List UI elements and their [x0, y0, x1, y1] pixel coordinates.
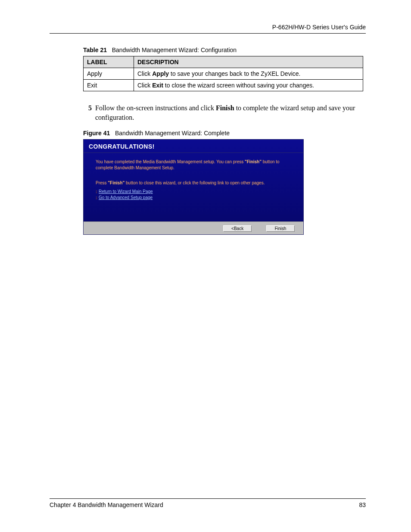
table-row: Exit Click Exit to close the wizard scre…: [84, 80, 363, 91]
table-caption: Table 21 Bandwidth Management Wizard: Co…: [83, 47, 366, 53]
figure-caption-title: Bandwidth Management Wizard: Complete: [115, 130, 230, 137]
wizard-panel: CONGRATULATIONS! You have completed the …: [83, 139, 304, 235]
table-header-row: LABEL DESCRIPTION: [84, 56, 363, 68]
bullet-icon: ::: [96, 196, 97, 200]
step-text: Follow the on-screen instructions and cl…: [95, 103, 366, 122]
link-advanced-setup[interactable]: Go to Advanced Setup page: [99, 195, 153, 200]
table-caption-prefix: Table 21: [83, 47, 107, 53]
table-caption-title: Bandwidth Management Wizard: Configurati…: [112, 47, 237, 53]
wizard-body: You have completed the Media Bandwidth M…: [84, 153, 303, 221]
cell-description: Click Apply to save your changes back to…: [134, 68, 363, 80]
wizard-link-row: ::Go to Advanced Setup page: [96, 195, 294, 201]
back-button[interactable]: <Back: [223, 225, 252, 232]
bullet-icon: ::: [96, 190, 97, 194]
th-label: LABEL: [84, 56, 134, 68]
cell-description: Click Exit to close the wizard screen wi…: [134, 80, 363, 91]
document-page: P-662H/HW-D Series User's Guide Table 21…: [0, 0, 411, 532]
wizard-paragraph: Press "Finish" button to close this wiza…: [96, 180, 294, 186]
numbered-step: 5 Follow the on-screen instructions and …: [83, 103, 366, 122]
th-description: DESCRIPTION: [134, 56, 363, 68]
cell-label: Exit: [84, 80, 134, 91]
page-footer: Chapter 4 Bandwidth Management Wizard 83: [50, 498, 366, 508]
figure-caption: Figure 41 Bandwidth Management Wizard: C…: [83, 130, 366, 137]
finish-button[interactable]: Finish: [266, 225, 295, 232]
page-header: P-662H/HW-D Series User's Guide: [50, 24, 366, 34]
link-return-wizard-main[interactable]: Return to Wizard Main Page: [99, 189, 153, 194]
wizard-title: CONGRATULATIONS!: [84, 140, 303, 153]
page-content: Table 21 Bandwidth Management Wizard: Co…: [50, 34, 366, 235]
wizard-paragraph: You have completed the Media Bandwidth M…: [96, 159, 294, 171]
step-number: 5: [83, 103, 92, 122]
config-table: LABEL DESCRIPTION Apply Click Apply to s…: [83, 56, 363, 91]
guide-title: P-662H/HW-D Series User's Guide: [272, 24, 366, 31]
wizard-footer: <Back Finish: [84, 221, 303, 234]
cell-label: Apply: [84, 68, 134, 80]
wizard-links: ::Return to Wizard Main Page ::Go to Adv…: [96, 189, 294, 201]
footer-page-number: 83: [359, 501, 366, 508]
figure-caption-prefix: Figure 41: [83, 130, 110, 137]
table-row: Apply Click Apply to save your changes b…: [84, 68, 363, 80]
footer-chapter: Chapter 4 Bandwidth Management Wizard: [50, 501, 163, 508]
wizard-link-row: ::Return to Wizard Main Page: [96, 189, 294, 195]
